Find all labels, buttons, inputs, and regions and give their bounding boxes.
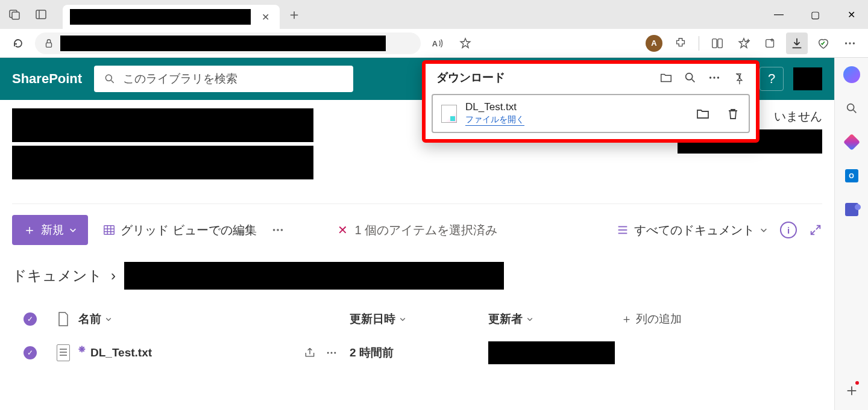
svg-point-20 [105, 75, 112, 81]
pinned-icon: ❋ [78, 344, 86, 354]
downloads-button[interactable] [786, 33, 808, 54]
select-all-checkbox[interactable]: ✓ [24, 312, 37, 326]
share-icon[interactable] [304, 347, 316, 359]
svg-point-13 [845, 42, 847, 44]
office-icon[interactable] [840, 130, 864, 154]
outlook-icon[interactable]: O [840, 164, 864, 188]
command-overflow-icon[interactable] [271, 223, 285, 237]
refresh-button[interactable] [7, 33, 29, 54]
svg-rect-4 [46, 43, 52, 47]
new-button[interactable]: ＋ 新規 [12, 215, 88, 245]
chevron-down-icon [105, 315, 112, 323]
edge-sidebar: O [834, 58, 868, 410]
column-type-icon[interactable] [48, 311, 78, 327]
svg-rect-7 [718, 39, 722, 48]
command-bar: ＋ 新規 グリッド ビューでの編集 ✕ 1 個のアイテムを選択済み すべてのドキ… [12, 203, 822, 245]
window-close-button[interactable]: ✕ [839, 2, 863, 26]
file-name[interactable]: DL_Test.txt [90, 346, 152, 359]
svg-rect-2 [36, 10, 46, 19]
sharepoint-logo[interactable]: SharePoint [12, 71, 82, 87]
window-minimize-button[interactable]: — [767, 2, 791, 26]
new-button-label: 新規 [41, 222, 64, 238]
performance-icon[interactable] [813, 33, 834, 54]
add-column-button[interactable]: ＋列の追加 [621, 311, 682, 327]
details-pane-button[interactable]: i [780, 222, 797, 238]
view-selector[interactable]: すべてのドキュメント [616, 222, 768, 238]
svg-point-36 [331, 352, 333, 354]
favorites-icon[interactable] [733, 33, 755, 54]
svg-point-37 [334, 352, 336, 354]
profile-avatar[interactable]: A [643, 33, 665, 54]
user-avatar-redacted[interactable] [793, 67, 822, 90]
chevron-down-icon [69, 226, 77, 234]
row-more-icon[interactable] [326, 347, 338, 359]
breadcrumb: ドキュメント › [12, 262, 822, 290]
svg-point-14 [849, 42, 851, 44]
grid-view-edit-button[interactable]: グリッド ビューでの編集 [102, 222, 257, 238]
chevron-down-icon [760, 226, 768, 234]
download-filename: DL_Test.txt [465, 101, 524, 113]
svg-point-29 [280, 229, 283, 231]
open-file-link[interactable]: ファイルを開く [465, 114, 524, 126]
svg-line-34 [816, 226, 820, 229]
vertical-tabs-icon[interactable] [31, 5, 51, 24]
tab-actions-icon[interactable] [5, 5, 24, 24]
library-search-box[interactable]: このライブラリを検索 [94, 66, 353, 92]
svg-line-39 [692, 79, 695, 82]
list-icon [616, 223, 629, 237]
column-name-header[interactable]: 名前 [78, 311, 350, 327]
svg-line-21 [112, 81, 114, 83]
column-modified-header[interactable]: 更新日時 [350, 311, 488, 327]
delete-download-icon[interactable] [726, 107, 740, 121]
lock-icon [43, 38, 54, 49]
help-button[interactable]: ? [760, 67, 784, 91]
expand-button[interactable] [809, 223, 822, 237]
split-screen-icon[interactable] [706, 33, 728, 54]
grid-icon [102, 223, 116, 237]
downloads-search-icon[interactable] [684, 71, 697, 84]
chevron-down-icon [526, 315, 533, 323]
url-redacted [60, 36, 386, 51]
sidebar-add-icon[interactable] [840, 379, 864, 403]
browser-tab[interactable]: ✕ [63, 5, 280, 29]
downloads-panel: ダウンロード DL_Test.txt ファイルを開く [422, 60, 760, 143]
svg-rect-22 [104, 226, 115, 235]
teams-icon[interactable] [840, 197, 864, 222]
column-editor-header[interactable]: 更新者 [488, 311, 621, 327]
sidebar-search-icon[interactable] [840, 96, 864, 120]
favorite-star-icon[interactable] [454, 33, 476, 54]
svg-line-17 [853, 110, 856, 113]
breadcrumb-root[interactable]: ドキュメント [12, 266, 102, 285]
window-maximize-button[interactable]: ▢ [803, 2, 827, 26]
search-placeholder: このライブラリを検索 [123, 71, 237, 87]
copilot-icon[interactable] [840, 63, 864, 87]
svg-point-38 [686, 73, 693, 80]
read-aloud-icon[interactable]: A [427, 33, 448, 54]
browser-title-bar: ✕ ＋ — ▢ ✕ [0, 0, 868, 29]
search-icon [104, 73, 116, 85]
pin-downloads-icon[interactable] [732, 71, 745, 84]
editor-cell-redacted [488, 341, 615, 364]
more-menu-icon[interactable] [839, 33, 861, 54]
clear-selection-button[interactable]: ✕ 1 個のアイテムを選択済み [338, 222, 498, 238]
table-row[interactable]: ✓ ❋ DL_Test.txt 2 時間前 [12, 341, 822, 364]
file-type-icon [48, 344, 78, 361]
site-title-redacted [12, 108, 313, 142]
tab-close-button[interactable]: ✕ [258, 11, 272, 23]
svg-point-41 [713, 76, 715, 78]
svg-point-35 [327, 352, 329, 354]
chevron-down-icon [399, 315, 406, 323]
row-checkbox[interactable]: ✓ [24, 346, 37, 359]
extensions-icon[interactable] [670, 33, 691, 54]
download-item[interactable]: DL_Test.txt ファイルを開く [432, 94, 750, 133]
url-field[interactable] [35, 33, 421, 54]
svg-rect-1 [12, 12, 19, 19]
new-tab-button[interactable]: ＋ [287, 5, 301, 24]
collections-icon[interactable] [760, 33, 781, 54]
show-in-folder-icon[interactable] [696, 107, 710, 121]
svg-point-15 [853, 42, 855, 44]
open-downloads-folder-icon[interactable] [659, 71, 673, 84]
downloads-more-icon[interactable] [708, 71, 721, 84]
site-subtitle-redacted [12, 146, 313, 179]
svg-point-27 [272, 229, 275, 231]
